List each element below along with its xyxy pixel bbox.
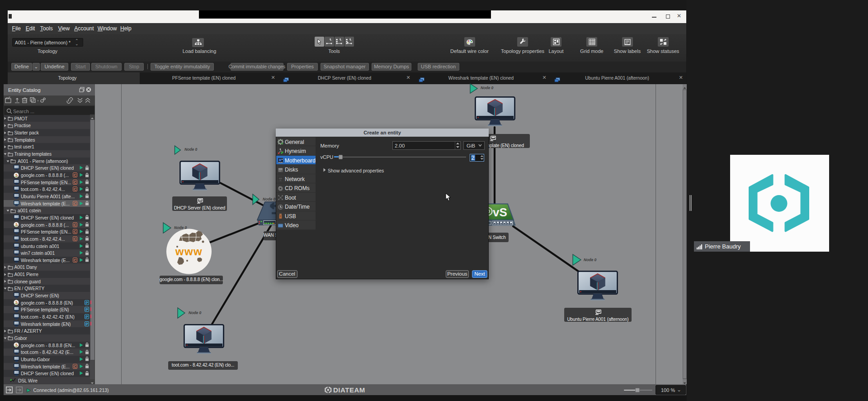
svg-text:Node 0: Node 0 bbox=[584, 258, 597, 262]
svg-text:Node 0: Node 0 bbox=[174, 225, 187, 230]
svg-text:vS: vS bbox=[493, 205, 507, 219]
svg-text:Node 0: Node 0 bbox=[263, 197, 276, 201]
svg-text:Node 0: Node 0 bbox=[189, 310, 202, 315]
svg-text:Node 0: Node 0 bbox=[184, 147, 198, 152]
svg-text:Node 0: Node 0 bbox=[481, 86, 494, 90]
svg-text:www: www bbox=[175, 245, 203, 258]
